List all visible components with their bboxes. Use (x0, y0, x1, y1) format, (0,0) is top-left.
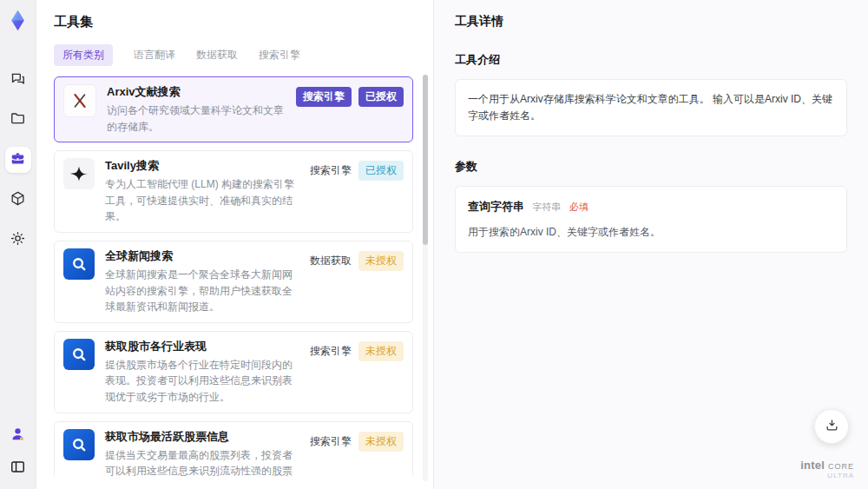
scrollbar-track[interactable] (423, 75, 428, 481)
category-tab[interactable]: 数据获取 (196, 48, 238, 63)
category-tab[interactable]: 所有类别 (54, 44, 113, 66)
tool-card[interactable]: 获取股市各行业表现 提供股票市场各个行业在特定时间段内的表现。投资者可以利用这些… (54, 331, 413, 413)
status-badge: 未授权 (358, 341, 404, 361)
param-list: 查询字符串 字符串 必填 用于搜索的Arxiv ID、关键字或作者姓名。 (455, 186, 847, 253)
panel-toggle-icon (10, 459, 26, 479)
tool-card-body: Arxiv文献搜索 访问各个研究领域大量科学论文和文章的存储库。 (107, 84, 287, 135)
sidebar-item-settings[interactable] (5, 227, 31, 253)
sidebar-bottom (6, 423, 30, 480)
app-logo (6, 9, 30, 32)
tool-description: 提供股票市场各个行业在特定时间段内的表现。投资者可以利用这些信息来识别表现优于或… (105, 357, 301, 406)
cube-icon (10, 190, 26, 210)
tool-icon (63, 339, 95, 370)
category-badge: 搜索引擎 (310, 161, 352, 181)
intel-core-logo: intelcore ULTRA (800, 459, 854, 480)
tool-card[interactable]: Arxiv文献搜索 访问各个研究领域大量科学论文和文章的存储库。 搜索引擎 已授… (54, 76, 413, 142)
tool-card-badges: 搜索引擎 未授权 (310, 429, 404, 476)
category-badge: 搜索引擎 (310, 432, 352, 452)
category-badge: 搜索引擎 (310, 341, 352, 361)
tool-card-badges: 搜索引擎 未授权 (310, 339, 404, 406)
sidebar-item-files[interactable] (5, 107, 31, 133)
tool-card-badges: 数据获取 未授权 (310, 248, 404, 315)
tool-card-badges: 搜索引擎 已授权 (310, 158, 404, 225)
user-avatar[interactable] (6, 423, 30, 447)
tool-card-body: 全球新闻搜索 全球新闻搜索是一个聚合全球各大新闻网站内容的搜索引擎，帮助用户快速… (105, 248, 301, 315)
tool-icon (63, 158, 95, 189)
status-badge: 未授权 (358, 432, 404, 452)
param-description: 用于搜索的Arxiv ID、关键字或作者姓名。 (468, 224, 834, 241)
search-q-icon (69, 345, 89, 364)
arxiv-logo-icon (70, 91, 89, 110)
scrollbar-thumb[interactable] (423, 75, 428, 245)
intel-core-sub: ULTRA (827, 472, 854, 480)
download-icon (825, 418, 839, 436)
tool-description: 访问各个研究领域大量科学论文和文章的存储库。 (107, 102, 287, 135)
intro-heading: 工具介绍 (455, 52, 847, 68)
param-name: 查询字符串 (468, 200, 524, 213)
param-item: 查询字符串 字符串 必填 用于搜索的Arxiv ID、关键字或作者姓名。 (455, 186, 847, 253)
tool-card[interactable]: 全球新闻搜索 全球新闻搜索是一个聚合全球各大新闻网站内容的搜索引擎，帮助用户快速… (54, 241, 413, 323)
category-badge: 数据获取 (310, 251, 352, 271)
category-tab[interactable]: 搜索引擎 (259, 48, 300, 63)
category-tab[interactable]: 语言翻译 (134, 48, 175, 63)
tool-card-body: 获取市场最活跃股票信息 提供当天交易量最高的股票列表，投资者可以利用这些信息来识… (105, 429, 301, 476)
intro-box: 一个用于从Arxiv存储库搜索科学论文和文章的工具。 输入可以是Arxiv ID… (455, 79, 847, 136)
tool-description: 专为人工智能代理 (LLM) 构建的搜索引擎工具，可快速提供实时、准确和真实的结… (105, 176, 301, 225)
sidebar-item-chat[interactable] (5, 67, 31, 93)
gear-icon (10, 230, 26, 250)
collapse-sidebar-button[interactable] (6, 456, 30, 480)
tool-detail-panel: 工具详情 工具介绍 一个用于从Arxiv存储库搜索科学论文和文章的工具。 输入可… (434, 0, 868, 489)
search-q-icon (69, 435, 89, 454)
tool-card-badges: 搜索引擎 已授权 (296, 84, 404, 135)
tool-name: 全球新闻搜索 (105, 248, 301, 264)
folder-icon (10, 110, 26, 130)
tool-card-list: Arxiv文献搜索 访问各个研究领域大量科学论文和文章的存储库。 搜索引擎 已授… (54, 76, 413, 476)
tool-icon (63, 84, 96, 117)
category-badge: 搜索引擎 (296, 87, 352, 107)
sidebar-item-packages[interactable] (5, 187, 31, 213)
status-badge: 已授权 (358, 161, 404, 181)
status-badge: 已授权 (358, 87, 404, 107)
category-tabs: 所有类别 语言翻译 数据获取 搜索引擎 (54, 44, 416, 66)
params-heading: 参数 (455, 159, 847, 175)
sparkle-icon (69, 164, 89, 183)
sidebar-item-tools[interactable] (5, 147, 31, 173)
tool-name: Tavily搜索 (105, 158, 301, 174)
sidebar-nav (5, 67, 31, 253)
tool-name: 获取市场最活跃股票信息 (105, 429, 301, 445)
briefcase-icon (10, 150, 26, 170)
chat-icon (10, 70, 26, 90)
detail-title: 工具详情 (455, 14, 847, 30)
tool-icon (63, 248, 95, 280)
tool-icon (63, 429, 95, 460)
tool-description: 全球新闻搜索是一个聚合全球各大新闻网站内容的搜索引擎，帮助用户快速获取全球最新资… (105, 267, 301, 315)
search-q-icon (69, 254, 89, 274)
tool-description: 提供当天交易量最高的股票列表，投资者可以利用这些信息来识别流动性强的股票和潜在的… (105, 447, 301, 476)
tool-name: Arxiv文献搜索 (107, 84, 287, 100)
download-button[interactable] (814, 409, 849, 444)
tool-list-panel: 工具集 所有类别 语言翻译 数据获取 搜索引擎 (36, 0, 434, 489)
param-type: 字符串 (532, 202, 561, 212)
intel-core-wordmark: intelcore (800, 459, 854, 472)
tool-card-body: Tavily搜索 专为人工智能代理 (LLM) 构建的搜索引擎工具，可快速提供实… (105, 158, 301, 225)
sidebar (0, 0, 36, 489)
page-title: 工具集 (54, 14, 416, 30)
tool-card-body: 获取股市各行业表现 提供股票市场各个行业在特定时间段内的表现。投资者可以利用这些… (105, 339, 301, 406)
param-header: 查询字符串 字符串 必填 (468, 198, 834, 216)
param-required-badge: 必填 (569, 202, 589, 212)
tool-card[interactable]: 获取市场最活跃股票信息 提供当天交易量最高的股票列表，投资者可以利用这些信息来识… (54, 421, 413, 476)
user-icon (10, 426, 26, 446)
tool-card[interactable]: Tavily搜索 专为人工智能代理 (LLM) 构建的搜索引擎工具，可快速提供实… (54, 150, 413, 233)
tool-name: 获取股市各行业表现 (105, 339, 301, 354)
status-badge: 未授权 (358, 251, 404, 271)
